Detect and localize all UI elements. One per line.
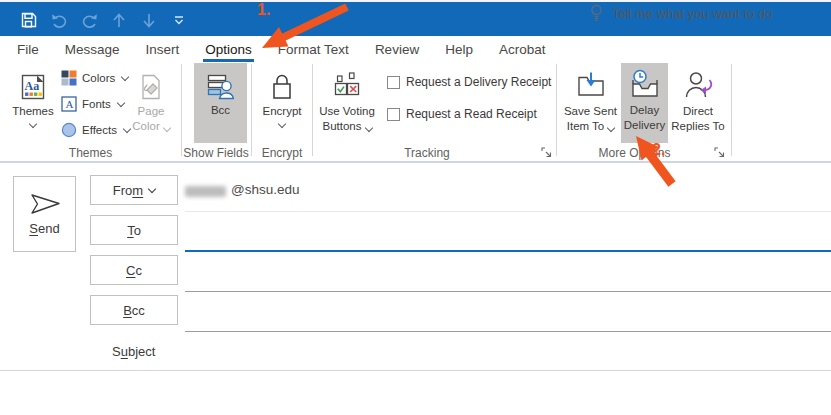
chevron-down-icon bbox=[364, 123, 372, 131]
group-separator bbox=[556, 64, 557, 156]
tab-help[interactable]: Help bbox=[445, 36, 473, 62]
direct-replies-label-line2: Replies To bbox=[671, 119, 725, 134]
bcc-fields-icon bbox=[207, 67, 234, 100]
direct-replies-icon bbox=[683, 68, 713, 101]
more-options-dialog-launcher[interactable] bbox=[713, 146, 725, 158]
delay-delivery-label-line1: Delay bbox=[630, 103, 659, 118]
group-label-tracking: Tracking bbox=[313, 146, 541, 160]
tab-review[interactable]: Review bbox=[375, 36, 419, 62]
undo-icon bbox=[51, 13, 68, 28]
to-button[interactable]: To bbox=[90, 215, 178, 245]
message-body[interactable] bbox=[0, 371, 831, 415]
read-receipt-checkbox-row: Request a Read Receipt bbox=[387, 107, 537, 121]
tab-options[interactable]: Options bbox=[205, 36, 252, 62]
ribbon-options: Aa Themes Colors bbox=[0, 62, 831, 161]
themes-button-label: Themes bbox=[12, 104, 54, 119]
direct-replies-to-button[interactable]: Direct Replies To bbox=[670, 64, 726, 143]
from-field-line bbox=[185, 211, 831, 212]
move-up-icon bbox=[112, 13, 126, 28]
tab-message[interactable]: Message bbox=[65, 36, 120, 62]
tab-acrobat[interactable]: Acrobat bbox=[499, 36, 546, 62]
delay-delivery-button[interactable]: Delay Delivery bbox=[621, 63, 668, 143]
from-button-label: From bbox=[113, 183, 143, 198]
theme-colors-icon bbox=[61, 70, 77, 86]
save-sent-item-to-button[interactable]: Save Sent Item To bbox=[561, 64, 620, 143]
read-receipt-label[interactable]: Request a Read Receipt bbox=[406, 107, 537, 121]
svg-text:Aa: Aa bbox=[24, 79, 39, 93]
tab-file[interactable]: File bbox=[17, 36, 39, 62]
bcc-field-line bbox=[185, 331, 831, 332]
group-label-show-fields: Show Fields bbox=[181, 146, 251, 160]
bcc-button[interactable]: Bcc bbox=[90, 295, 178, 325]
theme-effects-button[interactable]: Effects bbox=[61, 119, 130, 141]
ribbon-tab-row: File Message Insert Options Format Text … bbox=[0, 36, 831, 62]
tab-format-text[interactable]: Format Text bbox=[278, 36, 349, 62]
subject-input[interactable] bbox=[185, 335, 831, 371]
cc-button-label: Cc bbox=[126, 263, 142, 278]
cc-button[interactable]: Cc bbox=[90, 255, 178, 285]
chevron-down-icon bbox=[148, 185, 156, 193]
use-voting-buttons-button[interactable]: Use Voting Buttons bbox=[316, 64, 378, 143]
move-down-button[interactable] bbox=[134, 3, 164, 37]
theme-fonts-label: Fonts bbox=[82, 98, 111, 110]
message-header: Send From To Cc Bcc @shsu.edu Subject bbox=[0, 163, 831, 415]
themes-icon: Aa bbox=[20, 68, 47, 101]
group-separator bbox=[251, 64, 252, 156]
to-field-line-focused bbox=[185, 250, 831, 252]
from-button[interactable]: From bbox=[90, 175, 178, 205]
chevron-down-icon bbox=[607, 123, 615, 131]
encrypt-button[interactable]: Encrypt bbox=[256, 64, 308, 143]
tell-me-label: Tell me what you want to do bbox=[612, 6, 772, 21]
group-separator bbox=[731, 64, 732, 156]
save-icon bbox=[21, 12, 37, 28]
undo-button[interactable] bbox=[44, 3, 74, 37]
tab-insert[interactable]: Insert bbox=[146, 36, 180, 62]
send-button[interactable]: Send bbox=[13, 176, 76, 252]
cc-input[interactable] bbox=[185, 253, 831, 289]
chevron-down-icon bbox=[29, 120, 37, 128]
page-color-button: Page Color bbox=[128, 64, 174, 143]
encrypt-label: Encrypt bbox=[263, 104, 302, 119]
bcc-button-label: Bcc bbox=[123, 303, 145, 318]
theme-effects-label: Effects bbox=[82, 124, 117, 136]
bcc-fields-button[interactable]: Bcc bbox=[194, 63, 247, 143]
theme-colors-label: Colors bbox=[82, 72, 115, 84]
to-input[interactable] bbox=[185, 213, 831, 249]
theme-fonts-button[interactable]: A Fonts bbox=[61, 93, 124, 115]
group-label-themes: Themes bbox=[0, 146, 181, 160]
lightbulb-icon bbox=[590, 4, 603, 22]
direct-replies-label-line1: Direct bbox=[683, 104, 713, 119]
themes-button[interactable]: Aa Themes bbox=[9, 64, 57, 143]
save-button[interactable] bbox=[14, 3, 44, 37]
theme-fonts-icon: A bbox=[61, 96, 77, 112]
move-down-icon bbox=[142, 13, 156, 28]
from-field[interactable] bbox=[185, 173, 831, 209]
to-button-label: To bbox=[127, 223, 141, 238]
svg-text:A: A bbox=[66, 98, 74, 110]
theme-effects-icon bbox=[61, 122, 77, 138]
cc-field-line bbox=[185, 291, 831, 292]
redo-icon bbox=[81, 13, 98, 28]
redo-button[interactable] bbox=[74, 3, 104, 37]
page-color-label-line1: Page bbox=[138, 104, 165, 119]
tell-me-box[interactable]: Tell me what you want to do bbox=[590, 0, 772, 26]
save-sent-label-line2: Item To bbox=[567, 119, 605, 134]
theme-colors-button[interactable]: Colors bbox=[61, 67, 128, 89]
move-up-button[interactable] bbox=[104, 3, 134, 37]
chevron-down-icon bbox=[162, 123, 170, 131]
save-sent-label-line1: Save Sent bbox=[564, 104, 617, 119]
bcc-input[interactable] bbox=[185, 293, 831, 329]
read-receipt-checkbox[interactable] bbox=[387, 108, 400, 121]
outlook-compose-window: File Message Insert Options Format Text … bbox=[0, 0, 831, 415]
delay-delivery-icon bbox=[629, 67, 660, 100]
customize-quick-access-toolbar-button[interactable] bbox=[164, 3, 194, 37]
send-plane-icon bbox=[29, 193, 61, 215]
delay-delivery-label-line2: Delivery bbox=[624, 118, 666, 133]
delivery-receipt-checkbox[interactable] bbox=[387, 76, 400, 89]
group-label-encrypt: Encrypt bbox=[252, 146, 312, 160]
delivery-receipt-label[interactable]: Request a Delivery Receipt bbox=[406, 75, 551, 89]
lock-icon bbox=[270, 68, 294, 101]
tracking-dialog-launcher[interactable] bbox=[540, 146, 552, 158]
chevron-down-icon bbox=[278, 120, 286, 128]
quick-access-toolbar bbox=[0, 2, 194, 38]
